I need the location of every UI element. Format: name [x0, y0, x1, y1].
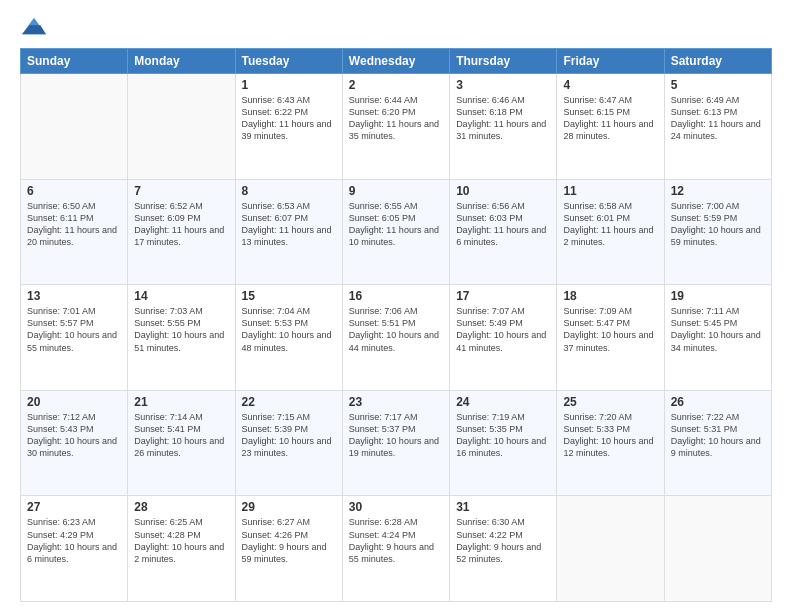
day-cell: 23Sunrise: 7:17 AM Sunset: 5:37 PM Dayli… [342, 390, 449, 496]
day-number: 5 [671, 78, 765, 92]
day-header-friday: Friday [557, 49, 664, 74]
day-cell: 11Sunrise: 6:58 AM Sunset: 6:01 PM Dayli… [557, 179, 664, 285]
day-cell: 19Sunrise: 7:11 AM Sunset: 5:45 PM Dayli… [664, 285, 771, 391]
day-number: 17 [456, 289, 550, 303]
day-info: Sunrise: 6:56 AM Sunset: 6:03 PM Dayligh… [456, 200, 550, 249]
day-cell: 2Sunrise: 6:44 AM Sunset: 6:20 PM Daylig… [342, 74, 449, 180]
day-cell: 29Sunrise: 6:27 AM Sunset: 4:26 PM Dayli… [235, 496, 342, 602]
day-header-wednesday: Wednesday [342, 49, 449, 74]
week-row-1: 1Sunrise: 6:43 AM Sunset: 6:22 PM Daylig… [21, 74, 772, 180]
calendar-table: SundayMondayTuesdayWednesdayThursdayFrid… [20, 48, 772, 602]
day-header-thursday: Thursday [450, 49, 557, 74]
day-number: 19 [671, 289, 765, 303]
day-number: 13 [27, 289, 121, 303]
day-cell: 6Sunrise: 6:50 AM Sunset: 6:11 PM Daylig… [21, 179, 128, 285]
day-header-saturday: Saturday [664, 49, 771, 74]
day-number: 9 [349, 184, 443, 198]
day-info: Sunrise: 6:25 AM Sunset: 4:28 PM Dayligh… [134, 516, 228, 565]
day-info: Sunrise: 6:49 AM Sunset: 6:13 PM Dayligh… [671, 94, 765, 143]
day-info: Sunrise: 6:23 AM Sunset: 4:29 PM Dayligh… [27, 516, 121, 565]
day-cell: 22Sunrise: 7:15 AM Sunset: 5:39 PM Dayli… [235, 390, 342, 496]
day-info: Sunrise: 7:11 AM Sunset: 5:45 PM Dayligh… [671, 305, 765, 354]
day-number: 15 [242, 289, 336, 303]
week-row-4: 20Sunrise: 7:12 AM Sunset: 5:43 PM Dayli… [21, 390, 772, 496]
day-number: 6 [27, 184, 121, 198]
day-number: 11 [563, 184, 657, 198]
day-cell: 14Sunrise: 7:03 AM Sunset: 5:55 PM Dayli… [128, 285, 235, 391]
day-info: Sunrise: 7:14 AM Sunset: 5:41 PM Dayligh… [134, 411, 228, 460]
day-number: 1 [242, 78, 336, 92]
logo [20, 16, 52, 38]
day-cell: 5Sunrise: 6:49 AM Sunset: 6:13 PM Daylig… [664, 74, 771, 180]
day-number: 31 [456, 500, 550, 514]
day-cell: 8Sunrise: 6:53 AM Sunset: 6:07 PM Daylig… [235, 179, 342, 285]
day-cell [557, 496, 664, 602]
header-row: SundayMondayTuesdayWednesdayThursdayFrid… [21, 49, 772, 74]
day-info: Sunrise: 6:44 AM Sunset: 6:20 PM Dayligh… [349, 94, 443, 143]
day-cell: 26Sunrise: 7:22 AM Sunset: 5:31 PM Dayli… [664, 390, 771, 496]
day-cell: 12Sunrise: 7:00 AM Sunset: 5:59 PM Dayli… [664, 179, 771, 285]
day-cell: 9Sunrise: 6:55 AM Sunset: 6:05 PM Daylig… [342, 179, 449, 285]
week-row-2: 6Sunrise: 6:50 AM Sunset: 6:11 PM Daylig… [21, 179, 772, 285]
day-info: Sunrise: 7:22 AM Sunset: 5:31 PM Dayligh… [671, 411, 765, 460]
day-info: Sunrise: 6:30 AM Sunset: 4:22 PM Dayligh… [456, 516, 550, 565]
day-cell [21, 74, 128, 180]
day-number: 12 [671, 184, 765, 198]
day-cell: 21Sunrise: 7:14 AM Sunset: 5:41 PM Dayli… [128, 390, 235, 496]
day-info: Sunrise: 7:04 AM Sunset: 5:53 PM Dayligh… [242, 305, 336, 354]
day-number: 18 [563, 289, 657, 303]
day-cell: 18Sunrise: 7:09 AM Sunset: 5:47 PM Dayli… [557, 285, 664, 391]
header [20, 16, 772, 38]
logo-icon [20, 16, 48, 38]
day-header-tuesday: Tuesday [235, 49, 342, 74]
day-info: Sunrise: 7:09 AM Sunset: 5:47 PM Dayligh… [563, 305, 657, 354]
day-info: Sunrise: 6:53 AM Sunset: 6:07 PM Dayligh… [242, 200, 336, 249]
day-cell: 15Sunrise: 7:04 AM Sunset: 5:53 PM Dayli… [235, 285, 342, 391]
day-cell: 30Sunrise: 6:28 AM Sunset: 4:24 PM Dayli… [342, 496, 449, 602]
day-header-sunday: Sunday [21, 49, 128, 74]
day-info: Sunrise: 7:03 AM Sunset: 5:55 PM Dayligh… [134, 305, 228, 354]
day-number: 20 [27, 395, 121, 409]
day-number: 21 [134, 395, 228, 409]
day-info: Sunrise: 6:28 AM Sunset: 4:24 PM Dayligh… [349, 516, 443, 565]
day-number: 24 [456, 395, 550, 409]
day-number: 22 [242, 395, 336, 409]
day-info: Sunrise: 6:50 AM Sunset: 6:11 PM Dayligh… [27, 200, 121, 249]
day-cell: 20Sunrise: 7:12 AM Sunset: 5:43 PM Dayli… [21, 390, 128, 496]
day-cell: 7Sunrise: 6:52 AM Sunset: 6:09 PM Daylig… [128, 179, 235, 285]
day-number: 25 [563, 395, 657, 409]
day-info: Sunrise: 6:43 AM Sunset: 6:22 PM Dayligh… [242, 94, 336, 143]
day-cell [664, 496, 771, 602]
day-cell: 25Sunrise: 7:20 AM Sunset: 5:33 PM Dayli… [557, 390, 664, 496]
day-info: Sunrise: 7:20 AM Sunset: 5:33 PM Dayligh… [563, 411, 657, 460]
day-number: 23 [349, 395, 443, 409]
day-number: 7 [134, 184, 228, 198]
day-cell: 13Sunrise: 7:01 AM Sunset: 5:57 PM Dayli… [21, 285, 128, 391]
day-number: 29 [242, 500, 336, 514]
day-cell: 31Sunrise: 6:30 AM Sunset: 4:22 PM Dayli… [450, 496, 557, 602]
day-number: 30 [349, 500, 443, 514]
day-info: Sunrise: 7:17 AM Sunset: 5:37 PM Dayligh… [349, 411, 443, 460]
day-info: Sunrise: 6:47 AM Sunset: 6:15 PM Dayligh… [563, 94, 657, 143]
day-number: 3 [456, 78, 550, 92]
day-number: 16 [349, 289, 443, 303]
day-info: Sunrise: 7:01 AM Sunset: 5:57 PM Dayligh… [27, 305, 121, 354]
day-number: 8 [242, 184, 336, 198]
day-cell: 3Sunrise: 6:46 AM Sunset: 6:18 PM Daylig… [450, 74, 557, 180]
day-info: Sunrise: 6:58 AM Sunset: 6:01 PM Dayligh… [563, 200, 657, 249]
day-info: Sunrise: 7:07 AM Sunset: 5:49 PM Dayligh… [456, 305, 550, 354]
day-number: 2 [349, 78, 443, 92]
day-header-monday: Monday [128, 49, 235, 74]
day-cell: 24Sunrise: 7:19 AM Sunset: 5:35 PM Dayli… [450, 390, 557, 496]
day-info: Sunrise: 7:12 AM Sunset: 5:43 PM Dayligh… [27, 411, 121, 460]
day-number: 28 [134, 500, 228, 514]
day-number: 4 [563, 78, 657, 92]
day-cell: 10Sunrise: 6:56 AM Sunset: 6:03 PM Dayli… [450, 179, 557, 285]
day-info: Sunrise: 7:06 AM Sunset: 5:51 PM Dayligh… [349, 305, 443, 354]
day-number: 10 [456, 184, 550, 198]
day-cell: 1Sunrise: 6:43 AM Sunset: 6:22 PM Daylig… [235, 74, 342, 180]
day-info: Sunrise: 6:55 AM Sunset: 6:05 PM Dayligh… [349, 200, 443, 249]
day-info: Sunrise: 6:52 AM Sunset: 6:09 PM Dayligh… [134, 200, 228, 249]
week-row-5: 27Sunrise: 6:23 AM Sunset: 4:29 PM Dayli… [21, 496, 772, 602]
day-info: Sunrise: 7:15 AM Sunset: 5:39 PM Dayligh… [242, 411, 336, 460]
